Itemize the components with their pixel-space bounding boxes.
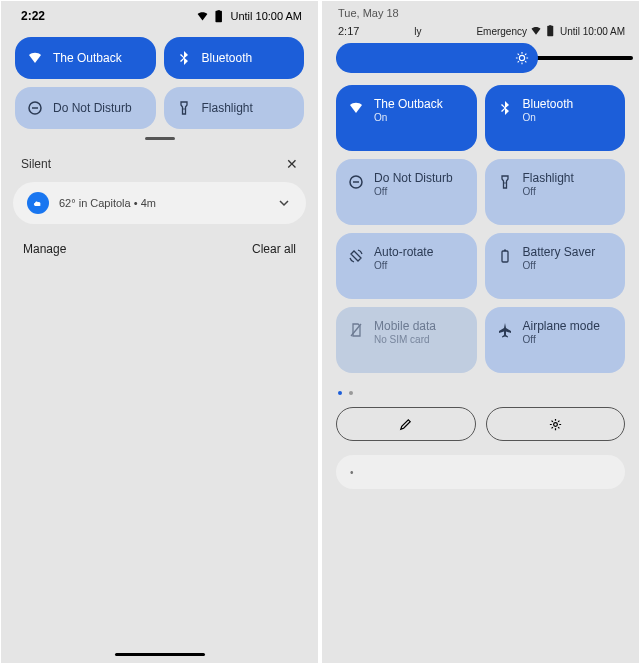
battery-text: Until 10:00 AM <box>560 26 625 37</box>
flashlight-tile[interactable]: Flashlight <box>164 87 305 129</box>
rotate-icon <box>348 248 364 264</box>
notification-placeholder: • <box>350 467 354 478</box>
notification-text: 62° in Capitola • 4m <box>59 197 156 209</box>
tile-label: The Outback <box>374 97 443 111</box>
battery-text: Until 10:00 AM <box>230 10 302 22</box>
wifi-icon <box>348 100 364 116</box>
bluetooth-icon <box>176 50 192 66</box>
wifi-status-icon <box>196 10 209 23</box>
flashlight-icon <box>176 100 192 116</box>
manage-button[interactable]: Manage <box>23 242 66 256</box>
airplane-tile[interactable]: Airplane modeOff <box>485 307 626 373</box>
status-bar: 2:22 Until 10:00 AM <box>1 1 318 27</box>
tile-sublabel: Off <box>374 260 433 271</box>
wifi-icon <box>27 50 43 66</box>
bluetooth-tile[interactable]: BluetoothOn <box>485 85 626 151</box>
battery-status-icon <box>213 10 226 23</box>
tile-label: Flashlight <box>523 171 574 185</box>
tile-label: Do Not Disturb <box>374 171 453 185</box>
collapsed-notification[interactable]: • <box>336 455 625 489</box>
close-icon[interactable]: ✕ <box>286 156 298 172</box>
airplane-icon <box>497 322 513 338</box>
notification-actions: Manage Clear all <box>1 228 318 270</box>
phone-right: Tue, May 18 2:17 ly Emergency Until 10:0… <box>320 0 640 664</box>
battery-icon <box>497 248 513 264</box>
page-indicator <box>322 381 639 405</box>
clock: 2:17 <box>338 25 359 37</box>
gear-icon <box>548 417 563 432</box>
tile-sublabel: Off <box>523 334 600 345</box>
bluetooth-tile[interactable]: Bluetooth <box>164 37 305 79</box>
flashlight-icon <box>497 174 513 190</box>
bluetooth-icon <box>497 100 513 116</box>
page-dot[interactable] <box>349 391 353 395</box>
brightness-slider[interactable] <box>336 43 625 73</box>
tile-sublabel: Off <box>523 186 574 197</box>
weather-notification[interactable]: 62° in Capitola • 4m <box>13 182 306 224</box>
page-dot[interactable] <box>338 391 342 395</box>
quick-settings-panel: The Outback Bluetooth Do Not Disturb Fla… <box>1 27 318 140</box>
batterysaver-tile[interactable]: Battery SaverOff <box>485 233 626 299</box>
clock: 2:22 <box>21 9 45 23</box>
flashlight-tile[interactable]: FlashlightOff <box>485 159 626 225</box>
tile-label: Bluetooth <box>202 51 253 65</box>
tile-label: Airplane mode <box>523 319 600 333</box>
weather-icon <box>27 192 49 214</box>
date-label: Tue, May 18 <box>322 1 639 19</box>
battery-status-icon <box>545 25 557 37</box>
quick-settings-panel-expanded: The OutbackOn BluetoothOn Do Not Disturb… <box>322 85 639 373</box>
dnd-tile[interactable]: Do Not DisturbOff <box>336 159 477 225</box>
section-title: Silent <box>21 157 51 171</box>
edit-icon <box>398 417 413 432</box>
tile-label: Bluetooth <box>523 97 574 111</box>
phone-left: 2:22 Until 10:00 AM The Outback Bluetoot… <box>0 0 320 664</box>
tile-label: Flashlight <box>202 101 253 115</box>
dnd-icon <box>27 100 43 116</box>
tile-sublabel: On <box>523 112 574 123</box>
edit-tiles-button[interactable] <box>336 407 476 441</box>
brightness-fill <box>336 43 538 73</box>
tile-sublabel: No SIM card <box>374 334 436 345</box>
dnd-icon <box>348 174 364 190</box>
drag-handle[interactable] <box>145 137 175 140</box>
brightness-icon <box>515 51 529 65</box>
section-header: Silent ✕ <box>1 150 318 178</box>
tile-label: The Outback <box>53 51 122 65</box>
dnd-tile[interactable]: Do Not Disturb <box>15 87 156 129</box>
home-indicator[interactable] <box>115 653 205 656</box>
wifi-tile[interactable]: The Outback <box>15 37 156 79</box>
mobiledata-tile[interactable]: Mobile dataNo SIM card <box>336 307 477 373</box>
wifi-status-icon <box>530 25 542 37</box>
sim-icon <box>348 322 364 338</box>
autorotate-tile[interactable]: Auto-rotateOff <box>336 233 477 299</box>
tile-sublabel: On <box>374 112 443 123</box>
carrier-label: ly <box>414 26 421 37</box>
status-bar: 2:17 ly Emergency Until 10:00 AM <box>322 19 639 37</box>
tile-sublabel: Off <box>523 260 596 271</box>
tile-label: Auto-rotate <box>374 245 433 259</box>
clear-all-button[interactable]: Clear all <box>252 242 296 256</box>
tile-label: Battery Saver <box>523 245 596 259</box>
tile-label: Mobile data <box>374 319 436 333</box>
footer-buttons <box>322 405 639 451</box>
chevron-down-icon[interactable] <box>276 195 292 211</box>
wifi-tile[interactable]: The OutbackOn <box>336 85 477 151</box>
tile-label: Do Not Disturb <box>53 101 132 115</box>
emergency-label: Emergency <box>476 26 527 37</box>
tile-sublabel: Off <box>374 186 453 197</box>
settings-button[interactable] <box>486 407 626 441</box>
